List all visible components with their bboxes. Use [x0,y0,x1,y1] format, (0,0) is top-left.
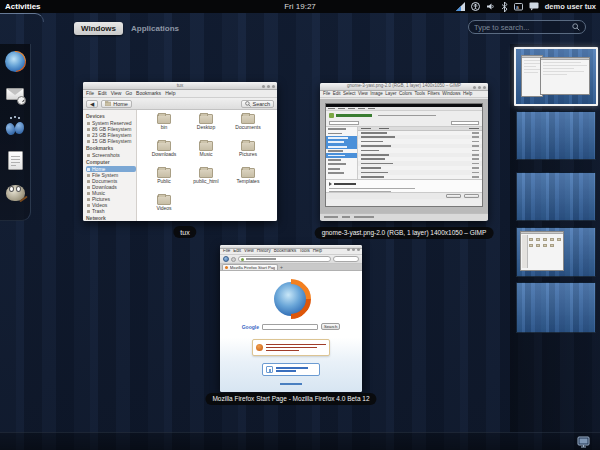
dash-item-documents[interactable] [3,148,27,172]
google-search-button[interactable]: Search [321,323,340,330]
folder-documents[interactable]: Documents [227,114,269,141]
sidebar-item[interactable]: Trash [86,208,136,214]
search-box[interactable] [468,20,586,34]
menu-view[interactable]: View [358,92,368,97]
workspace-5[interactable] [516,282,596,333]
google-logo: Google [242,324,259,330]
folder-icon [241,114,255,124]
menu-layer[interactable]: Layer [385,92,396,97]
feedback-download-box[interactable] [262,363,320,376]
top-bar: Activities Fri 19:27 a demo user tux [0,0,600,13]
firefox-search-field[interactable] [333,256,359,262]
nautilus-titlebar[interactable]: tux [83,82,277,90]
display-tray-icon[interactable] [577,436,591,448]
folder-templates[interactable]: Templates [227,168,269,195]
new-tab-button[interactable]: + [280,264,283,270]
tab-applications[interactable]: Applications [131,24,179,33]
window-gimp[interactable]: gnome-3-yast.png-2.0 (RGB, 1 layer) 1400… [320,83,488,221]
sidebar-header-network: Network [86,214,136,221]
back-button[interactable]: ◀ [86,100,98,108]
folder-icon [157,195,171,205]
volume-icon[interactable] [486,2,495,11]
menu-edit[interactable]: Edit [233,249,241,254]
empathy-chat-icon-2 [14,121,25,134]
dash-item-evolution[interactable] [3,82,27,106]
window-controls[interactable] [347,248,360,251]
menu-filters[interactable]: Filters [428,92,440,97]
back-button[interactable] [223,256,229,262]
forward-button[interactable] [231,257,236,262]
folder-music[interactable]: Music [185,141,227,168]
menu-file[interactable]: File [223,249,230,254]
folder-bin[interactable]: bin [143,114,185,141]
folder-public[interactable]: Public [143,168,185,195]
google-search-input[interactable] [262,324,318,330]
dash-item-firefox[interactable] [3,49,27,73]
accessibility-icon[interactable] [471,2,480,11]
window-caption-nautilus: tux [173,226,196,238]
menu-help[interactable]: Help [313,249,322,254]
sidebar-item[interactable]: Screenshots [86,152,136,158]
menu-go[interactable]: Go [125,91,132,96]
workspace-3[interactable] [516,172,596,221]
window-controls[interactable] [262,85,275,88]
tab-windows[interactable]: Windows [74,22,123,35]
folder-public-html[interactable]: public_html [185,168,227,195]
menu-help[interactable]: Help [165,91,175,96]
menu-tools[interactable]: Tools [415,92,426,97]
window-firefox[interactable]: File Edit View History Bookmarks Tools H… [220,245,362,392]
mini-window [540,57,590,95]
menu-file[interactable]: File [86,91,94,96]
chat-bubble-icon[interactable] [529,2,539,11]
menu-image[interactable]: Image [370,92,383,97]
keyboard-input-icon[interactable]: a [514,2,523,11]
window-caption-gimp: gnome-3-yast.png-2.0 (RGB, 1 layer) 1400… [315,227,494,239]
search-input[interactable] [474,23,572,32]
url-bar[interactable] [238,256,331,262]
gimp-canvas[interactable] [320,98,488,213]
folder-downloads[interactable]: Downloads [143,141,185,168]
workspace-1-active[interactable] [514,47,598,106]
menu-help[interactable]: Help [463,92,472,97]
bottom-link[interactable] [280,383,302,385]
dash-item-empathy[interactable] [3,115,27,139]
menu-colors[interactable]: Colors [399,92,412,97]
window-controls[interactable] [473,86,486,89]
clock-badge-icon [17,96,26,105]
folder-desktop[interactable]: Desktop [185,114,227,141]
window-caption-firefox: Mozilla Firefox Start Page - Mozilla Fir… [205,393,376,405]
menu-edit[interactable]: Edit [333,92,341,97]
menu-bookmarks[interactable]: Bookmarks [274,249,297,254]
menu-view[interactable]: View [244,249,254,254]
nautilus-menubar: File Edit View Go Bookmarks Help [83,90,277,98]
menu-file[interactable]: File [323,92,330,97]
menu-bookmarks[interactable]: Bookmarks [136,91,161,96]
menu-edit[interactable]: Edit [98,91,107,96]
menu-tools[interactable]: Tools [299,249,310,254]
firefox-titlebar[interactable] [220,245,362,249]
dash-item-gimp[interactable] [3,181,27,205]
menu-history[interactable]: History [257,249,271,254]
folder-videos[interactable]: Videos [143,195,185,221]
workspace-4[interactable] [516,227,596,277]
tab-start-page[interactable]: Mozilla Firefox Start Page [222,264,278,270]
yast-img-package-list [358,127,482,179]
bluetooth-icon[interactable] [501,2,508,12]
folder-pictures[interactable]: Pictures [227,141,269,168]
gimp-titlebar[interactable]: gnome-3-yast.png-2.0 (RGB, 1 layer) 1400… [320,83,488,91]
firefox-logo [274,282,308,316]
folder-label: Templates [237,178,260,185]
window-file-manager[interactable]: tux File Edit View Go Bookmarks Help ◀ H… [83,82,277,221]
user-menu[interactable]: demo user tux [545,2,596,11]
nautilus-toolbar: ◀ Home Search [83,98,277,110]
search-button[interactable]: Search [241,100,274,108]
menu-view[interactable]: View [111,91,122,96]
menu-select[interactable]: Select [343,92,356,97]
firefox-icon [5,51,26,72]
menu-windows[interactable]: Windows [442,92,460,97]
sidebar-item[interactable]: 15 GB Filesystem [86,138,136,144]
network-icon[interactable] [456,2,465,11]
workspace-2[interactable] [516,111,596,160]
workspace-selector [510,44,600,432]
location-breadcrumb[interactable]: Home [101,100,132,108]
